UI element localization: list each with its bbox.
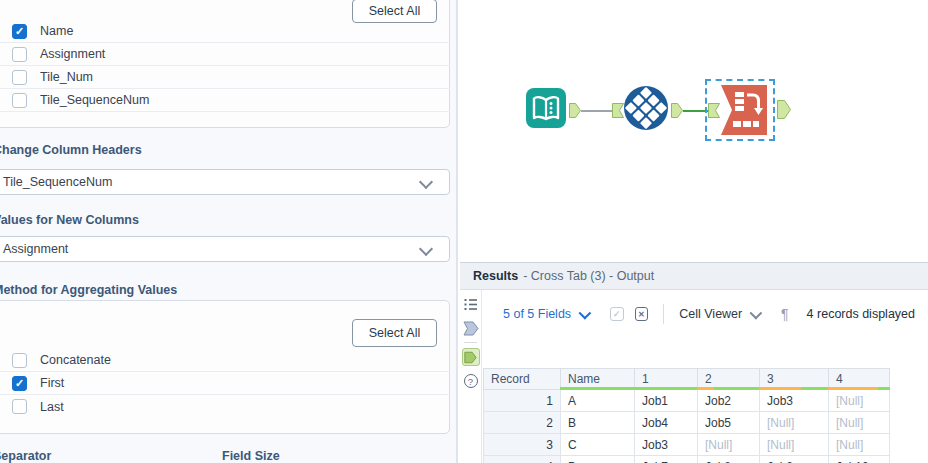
key-fields-list: NameAssignmentTile_NumTile_SequenceNum [0,20,450,112]
output-connection-selected[interactable] [462,348,480,366]
help-icon[interactable]: ? [464,374,478,388]
checkbox-row-assignment[interactable]: Assignment [0,43,450,66]
data-cell[interactable]: Job8 [698,456,760,463]
data-cell[interactable]: [Null] [829,390,890,412]
pilcrow-icon[interactable]: ¶ [781,306,789,322]
column-header-label: 2 [705,372,712,386]
metadata-list-icon[interactable] [464,298,478,311]
checkbox-unchecked[interactable] [12,353,27,368]
connection-wire [581,110,612,112]
input-anchor-icon[interactable] [708,103,720,118]
cell-viewer-dropdown[interactable]: Cell Viewer [679,307,742,321]
checkbox-checked[interactable] [12,376,27,391]
checkbox-row-first[interactable]: First [0,372,450,395]
column-header-2[interactable]: 2 [698,369,760,390]
table-row[interactable]: 1AJob1Job2Job3[Null] [484,390,890,412]
fields-dropdown[interactable]: 5 of 5 Fields [503,307,571,321]
deselect-fields-icon[interactable]: ✕ [635,307,649,321]
data-cell[interactable]: Job5 [698,412,760,434]
data-cell[interactable]: Job3 [635,434,698,456]
checkbox-unchecked[interactable] [12,93,27,108]
data-cell[interactable]: D [561,456,635,463]
checkbox-label: Assignment [40,47,105,61]
data-quality-bar [560,387,635,390]
column-header-label: Record [491,372,530,386]
column-header-record[interactable]: Record [484,369,561,390]
data-cell[interactable]: Job7 [635,456,698,463]
results-table[interactable]: RecordName12341AJob1Job2Job3[Null]2BJob4… [483,368,890,463]
checkbox-row-concatenate[interactable]: Concatenate [0,349,450,372]
checkbox-label: Tile_SequenceNum [40,93,149,107]
results-panel: Results - Cross Tab (3) - Output [460,262,928,463]
checkbox-unchecked[interactable] [12,47,27,62]
table-row[interactable]: 3CJob3[Null][Null][Null] [484,434,890,456]
input-connection-icon[interactable] [463,321,479,336]
checkbox-label: Tile_Num [40,70,93,84]
data-quality-bar [697,387,760,390]
checkbox-label: Last [40,400,64,414]
checkbox-label: Concatenate [40,353,111,367]
separator-label: Separator [0,449,51,463]
data-cell[interactable]: Job2 [698,390,760,412]
results-header: Results - Cross Tab (3) - Output [460,262,928,290]
output-anchor-icon[interactable] [569,103,581,118]
data-quality-bar [759,387,829,390]
checkbox-row-tile_num[interactable]: Tile_Num [0,66,450,89]
input-data-tool[interactable] [526,88,566,128]
chevron-down-icon[interactable] [579,306,592,319]
workflow-canvas[interactable] [460,0,928,262]
data-cell[interactable]: B [561,412,635,434]
checkbox-row-name[interactable]: Name [0,20,450,43]
data-cell[interactable]: Job2 [760,456,829,463]
checkbox-unchecked[interactable] [12,70,27,85]
chevron-down-icon[interactable] [750,306,763,319]
records-displayed-label: 4 records displayed [807,307,915,321]
data-cell[interactable]: [Null] [760,434,829,456]
checkbox-row-tile_sequencenum[interactable]: Tile_SequenceNum [0,89,450,112]
data-cell[interactable]: [Null] [698,434,760,456]
column-header-3[interactable]: 3 [760,369,829,390]
record-number-cell[interactable]: 1 [484,390,561,412]
column-header-4[interactable]: 4 [829,369,890,390]
table-row[interactable]: 4DJob7Job8Job2Job10 [484,456,890,463]
results-toolbar: 5 of 5 Fields ✓ ✕ Cell Viewer ¶ 4 record… [482,290,928,338]
record-number-cell[interactable]: 3 [484,434,561,456]
column-header-name[interactable]: Name [561,369,635,390]
select-fields-icon[interactable]: ✓ [610,307,624,321]
data-cell[interactable]: [Null] [829,412,890,434]
data-cell[interactable]: [Null] [760,412,829,434]
results-subtitle: - Cross Tab (3) - Output [523,269,654,283]
tile-tool[interactable] [624,86,668,130]
data-cell[interactable]: A [561,390,635,412]
field-size-label: Field Size [222,449,280,463]
table-row[interactable]: 2BJob4Job5[Null][Null] [484,412,890,434]
new-columns-value: Assignment [3,242,68,256]
checkbox-unchecked[interactable] [12,399,27,414]
data-cell[interactable]: Job3 [760,390,829,412]
record-number-cell[interactable]: 2 [484,412,561,434]
change-column-headers-label: Change Column Headers [0,143,142,157]
cross-tab-tool[interactable] [721,85,767,135]
record-number-cell[interactable]: 4 [484,456,561,463]
data-cell[interactable]: Job1 [635,390,698,412]
column-headers-dropdown[interactable]: Tile_SequenceNum [0,169,450,195]
results-side-strip: ? [460,290,482,463]
output-anchor-icon[interactable] [777,100,791,119]
data-quality-bar [828,387,890,390]
column-header-label: 4 [836,372,843,386]
data-cell[interactable]: [Null] [829,434,890,456]
data-cell[interactable]: Job10 [829,456,890,463]
column-header-1[interactable]: 1 [635,369,698,390]
values-for-new-columns-label: Values for New Columns [0,213,139,227]
aggregation-select-all-button[interactable]: Select All [352,319,437,347]
input-anchor-icon[interactable] [612,103,624,118]
aggregation-method-label: Method for Aggregating Values [0,283,177,297]
data-quality-bar [634,387,698,390]
checkbox-row-last[interactable]: Last [0,395,450,418]
column-header-label: 3 [767,372,774,386]
data-cell[interactable]: Job4 [635,412,698,434]
output-anchor-icon[interactable] [671,103,683,118]
new-columns-dropdown[interactable]: Assignment [0,236,450,262]
checkbox-checked[interactable] [12,24,27,39]
data-cell[interactable]: C [561,434,635,456]
